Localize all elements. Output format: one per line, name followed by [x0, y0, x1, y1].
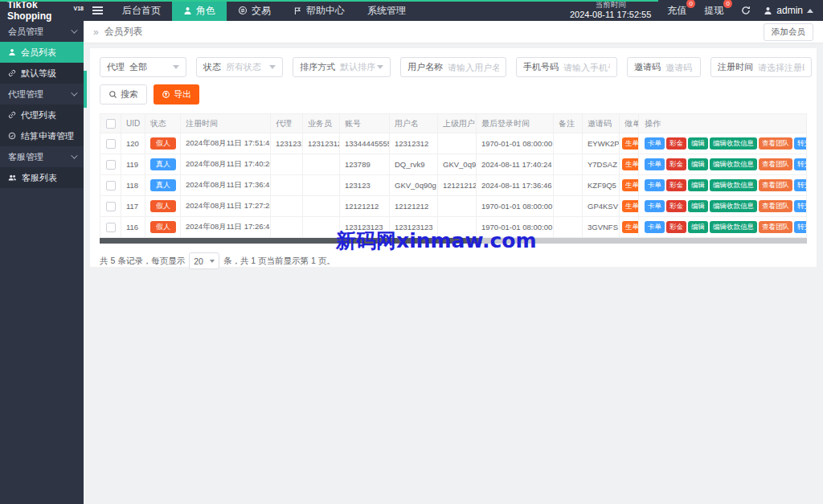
username-filter: 用户名称	[400, 57, 506, 77]
action-buttons: 搜索 导出	[100, 84, 807, 104]
cell-uid: 117	[121, 196, 145, 217]
card-order-button[interactable]: 卡单	[645, 158, 665, 170]
view-team-button[interactable]: 查看团队	[759, 179, 792, 191]
cell-reg-time: 2024年08月11日 17:27:28	[181, 196, 271, 217]
chevron-down-icon	[210, 260, 215, 265]
person-icon	[183, 6, 192, 15]
view-team-button[interactable]: 查看团队	[759, 221, 792, 233]
recharge-link[interactable]: 充值0	[667, 4, 686, 18]
status-select[interactable]: 状态 所有状态	[196, 57, 283, 77]
card-order-button[interactable]: 卡单	[645, 200, 665, 212]
sidebar-scrollbar-thumb[interactable]	[84, 71, 87, 108]
invite-code-filter: 邀请码	[627, 57, 701, 77]
edit-button[interactable]: 编辑	[688, 200, 708, 212]
card-order-button[interactable]: 卡单	[645, 179, 665, 191]
bonus-button[interactable]: 彩金	[666, 158, 686, 170]
bonus-button[interactable]: 彩金	[666, 200, 686, 212]
pagination: 共 5 条记录，每页显示 20 条，共 1 页当前显示第 1 页。	[100, 252, 807, 269]
bonus-button[interactable]: 彩金	[666, 179, 686, 191]
sort-select-placeholder: 默认排序	[340, 61, 375, 73]
circle-check-icon	[8, 132, 16, 140]
top-nav: 后台首页 角色 交易 帮助中心 系统管理	[111, 0, 417, 21]
sidebar: 会员管理 会员列表 默认等级 代理管理 代理列表 结算申请管理 客服管理 客服列…	[0, 21, 84, 504]
user-menu[interactable]: admin	[764, 5, 813, 16]
sidebar-item-member-list[interactable]: 会员列表	[0, 42, 84, 63]
edit-payment-button[interactable]: 编辑收款信息	[710, 221, 757, 233]
horizontal-scrollbar[interactable]	[100, 238, 807, 244]
transfer-button[interactable]: 转交	[794, 221, 807, 233]
status-badge: 真人	[150, 179, 176, 191]
edit-payment-button[interactable]: 编辑收款信息	[710, 137, 757, 150]
phone-input[interactable]	[563, 63, 610, 72]
bonus-button[interactable]: 彩金	[666, 221, 686, 233]
make-order-button[interactable]: 生单	[622, 200, 638, 212]
chevron-down-icon	[269, 65, 276, 72]
per-page-select[interactable]: 20	[189, 252, 219, 269]
select-all-checkbox[interactable]	[106, 119, 116, 129]
agent-select[interactable]: 代理 全部	[100, 57, 186, 77]
sidebar-item-settlement[interactable]: 结算申请管理	[0, 125, 84, 146]
view-team-button[interactable]: 查看团队	[759, 137, 792, 150]
row-checkbox[interactable]	[106, 181, 116, 191]
cell-remark	[554, 133, 583, 154]
sort-select[interactable]: 排序方式 默认排序	[293, 57, 391, 77]
export-button[interactable]: 导出	[154, 84, 199, 104]
add-member-button[interactable]: 添加会员	[764, 23, 813, 41]
sidebar-item-service-list[interactable]: 客服列表	[0, 167, 84, 188]
edit-button[interactable]: 编辑	[688, 137, 708, 150]
view-team-button[interactable]: 查看团队	[759, 200, 792, 212]
edit-button[interactable]: 编辑	[688, 158, 708, 170]
register-time-input[interactable]	[758, 63, 805, 72]
edit-payment-button[interactable]: 编辑收款信息	[710, 200, 757, 212]
cell-account: 12121212	[340, 196, 390, 217]
search-button[interactable]: 搜索	[100, 84, 147, 104]
hamburger-menu-icon[interactable]	[84, 0, 111, 21]
sidebar-group-member[interactable]: 会员管理	[0, 21, 84, 42]
edit-button[interactable]: 编辑	[688, 221, 708, 233]
transfer-button[interactable]: 转交	[794, 179, 807, 191]
sidebar-item-default-level[interactable]: 默认等级	[0, 63, 84, 84]
cell-parent	[438, 133, 477, 154]
withdraw-badge: 0	[723, 0, 732, 8]
make-order-button[interactable]: 生单	[622, 158, 638, 170]
status-badge: 假人	[150, 137, 176, 150]
refresh-icon[interactable]	[741, 6, 751, 15]
transfer-button[interactable]: 转交	[794, 200, 807, 212]
make-order-button[interactable]: 生单	[622, 137, 638, 150]
transfer-button[interactable]: 转交	[794, 158, 807, 170]
invite-code-input[interactable]	[665, 63, 694, 72]
nav-item-trade[interactable]: 交易	[227, 0, 282, 21]
transfer-button[interactable]: 转交	[794, 137, 807, 150]
nav-item-dashboard[interactable]: 后台首页	[111, 0, 172, 21]
cell-account: 123123	[340, 175, 390, 196]
nav-item-system[interactable]: 系统管理	[356, 0, 417, 21]
card-order-button[interactable]: 卡单	[645, 137, 665, 150]
horizontal-scrollbar-thumb[interactable]	[100, 238, 481, 244]
link-icon	[8, 69, 16, 77]
sidebar-group-service[interactable]: 客服管理	[0, 146, 84, 167]
edit-payment-button[interactable]: 编辑收款信息	[710, 158, 757, 170]
make-order-button[interactable]: 生单	[622, 179, 638, 191]
row-checkbox[interactable]	[106, 160, 116, 170]
edit-payment-button[interactable]: 编辑收款信息	[710, 179, 757, 191]
cell-agent	[271, 196, 303, 217]
row-checkbox[interactable]	[106, 202, 116, 211]
table-row: 119 真人 2024年08月11日 17:40:20 123789 DQ_rv…	[100, 154, 807, 175]
withdraw-link[interactable]: 提现0	[704, 4, 723, 18]
phone-filter: 手机号码	[516, 57, 617, 77]
bonus-button[interactable]: 彩金	[666, 137, 686, 150]
view-team-button[interactable]: 查看团队	[759, 158, 792, 170]
sidebar-group-agent[interactable]: 代理管理	[0, 84, 84, 104]
row-checkbox[interactable]	[106, 139, 116, 149]
make-order-button[interactable]: 生单	[622, 221, 638, 233]
chevron-down-icon	[71, 89, 77, 96]
sidebar-item-agent-list[interactable]: 代理列表	[0, 104, 84, 125]
row-checkbox[interactable]	[106, 223, 116, 232]
username-input[interactable]	[448, 63, 499, 72]
card-order-button[interactable]: 卡单	[645, 221, 665, 233]
cell-uid: 116	[121, 217, 145, 238]
nav-item-help[interactable]: 帮助中心	[282, 0, 356, 21]
cell-last-login: 1970-01-01 08:00:00	[477, 133, 554, 154]
edit-button[interactable]: 编辑	[688, 179, 708, 191]
nav-item-role[interactable]: 角色	[172, 0, 227, 21]
